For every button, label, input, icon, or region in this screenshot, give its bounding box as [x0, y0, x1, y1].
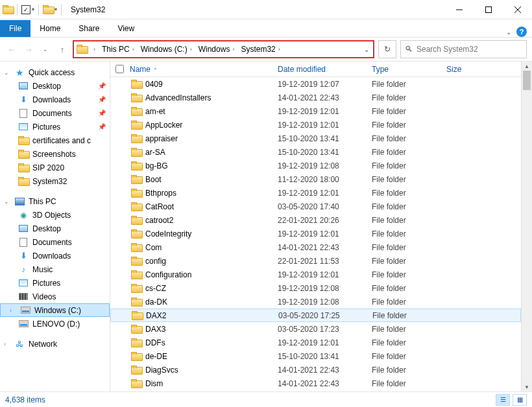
column-size[interactable]: Size	[446, 65, 485, 74]
table-row[interactable]: bg-BG 19-12-2019 12:08 File folder	[110, 159, 521, 172]
table-row[interactable]: ar-SA 15-10-2020 13:41 File folder	[110, 145, 521, 159]
breadcrumb-root[interactable]: ›	[91, 45, 98, 54]
table-row[interactable]: Bthprops 19-12-2019 12:01 File folder	[110, 186, 521, 200]
table-row[interactable]: Configuration 19-12-2019 12:01 File fold…	[110, 268, 521, 281]
expand-icon[interactable]: ⌄	[4, 69, 10, 76]
column-type[interactable]: Type	[372, 65, 446, 74]
sidebar-item[interactable]: Pictures	[0, 276, 110, 290]
file-date: 03-05-2020 17:23	[278, 325, 372, 334]
file-name: Bthprops	[145, 189, 176, 198]
help-button[interactable]: ?	[516, 27, 527, 37]
folder-icon	[131, 284, 141, 293]
details-view-button[interactable]: ☰	[496, 394, 510, 406]
sidebar-item[interactable]: Pictures📌	[0, 120, 110, 134]
refresh-button[interactable]: ↻	[378, 40, 396, 58]
sidebar-item[interactable]: Desktop	[0, 222, 110, 235]
maximize-button[interactable]	[474, 0, 503, 19]
sidebar-item[interactable]: System32	[0, 174, 110, 188]
recent-locations-button[interactable]: ⌄	[39, 43, 52, 56]
table-row[interactable]: Dism 14-01-2021 22:43 File folder	[110, 377, 521, 390]
table-row[interactable]: 0409 19-12-2019 12:07 File folder	[110, 77, 521, 91]
expand-icon[interactable]: ›	[10, 307, 16, 314]
sidebar-this-pc[interactable]: ⌄This PC	[0, 194, 110, 208]
folder-icon	[131, 161, 141, 170]
address-drop-button[interactable]: ⌄	[360, 46, 373, 53]
table-row[interactable]: de-DE 15-10-2020 13:41 File folder	[110, 349, 521, 363]
status-bar: 4,638 items ☰ ▦	[0, 391, 532, 407]
sidebar-item[interactable]: ›Windows (C:)	[0, 303, 110, 317]
table-row[interactable]: cs-CZ 19-12-2019 12:08 File folder	[110, 281, 521, 295]
address-bar[interactable]: ›This PC›Windows (C:)›Windows›System32› …	[73, 40, 374, 58]
table-row[interactable]: AppLocker 19-12-2019 12:01 File folder	[110, 118, 521, 132]
sidebar-item[interactable]: LENOVO (D:)	[0, 317, 110, 331]
icons-view-button[interactable]: ▦	[513, 394, 527, 406]
sidebar-quick-access[interactable]: ⌄★Quick access	[0, 65, 110, 79]
vertical-scrollbar[interactable]: ▲ ▼	[521, 62, 532, 391]
close-button[interactable]	[503, 0, 532, 19]
nav-row: ← → ⌄ ↑ ›This PC›Windows (C:)›Windows›Sy…	[0, 38, 532, 61]
tab-home[interactable]: Home	[30, 20, 69, 37]
table-row[interactable]: config 22-01-2021 11:53 File folder	[110, 254, 521, 268]
tab-share[interactable]: Share	[69, 20, 108, 37]
table-row[interactable]: appraiser 15-10-2020 13:41 File folder	[110, 132, 521, 145]
tab-file[interactable]: File	[0, 20, 30, 37]
table-row[interactable]: Boot 11-12-2020 18:00 File folder	[110, 172, 521, 186]
sidebar-item[interactable]: Screenshots	[0, 147, 110, 161]
sidebar-item[interactable]: SIP 2020	[0, 161, 110, 174]
back-button[interactable]: ←	[5, 43, 18, 56]
select-all-checkbox[interactable]	[110, 63, 128, 75]
table-row[interactable]: am-et 19-12-2019 12:01 File folder	[110, 104, 521, 118]
search-input[interactable]: 🔍︎ Search System32	[400, 40, 527, 58]
expand-icon[interactable]: ⌄	[4, 198, 10, 205]
scroll-up-icon[interactable]: ▲	[522, 62, 532, 71]
sidebar-item[interactable]: Desktop📌	[0, 79, 110, 93]
chevron-down-icon[interactable]: ▾	[32, 6, 34, 12]
table-row[interactable]: AdvancedInstallers 14-01-2021 22:43 File…	[110, 91, 521, 104]
table-row[interactable]: catroot2 22-01-2021 20:26 File folder	[110, 213, 521, 227]
file-date: 19-12-2019 12:08	[278, 284, 372, 293]
table-row[interactable]: Com 14-01-2021 22:43 File folder	[110, 240, 521, 254]
sidebar-item[interactable]: ♪Music	[0, 262, 110, 276]
file-date: 19-12-2019 12:01	[278, 107, 372, 116]
column-date[interactable]: Date modified	[278, 65, 372, 74]
sidebar-item[interactable]: ⬇Downloads	[0, 249, 110, 262]
table-row[interactable]: DiagSvcs 14-01-2021 22:43 File folder	[110, 363, 521, 377]
chevron-right-icon: ›	[190, 46, 192, 52]
column-headers: Name⌃ Date modified Type Size	[110, 62, 521, 77]
minimize-button[interactable]	[444, 0, 474, 19]
forward-button[interactable]: →	[22, 43, 35, 56]
table-row[interactable]: DAX2 03-05-2020 17:25 File folder	[110, 308, 521, 322]
pin-icon: 📌	[98, 82, 110, 89]
breadcrumb-item[interactable]: This PC›	[99, 43, 137, 55]
sidebar-item[interactable]: Documents📌	[0, 106, 110, 120]
sidebar-item[interactable]: Videos	[0, 290, 110, 303]
breadcrumb-item[interactable]: Windows (C:)›	[138, 43, 195, 55]
qat-properties-icon[interactable]: ✓	[21, 5, 30, 14]
table-row[interactable]: DDFs 19-12-2019 12:01 File folder	[110, 336, 521, 349]
table-row[interactable]: da-DK 19-12-2019 12:08 File folder	[110, 295, 521, 308]
file-name: DiagSvcs	[145, 366, 178, 375]
table-row[interactable]: CatRoot 03-05-2020 17:40 File folder	[110, 200, 521, 213]
sidebar-item[interactable]: ◉3D Objects	[0, 208, 110, 222]
scroll-down-icon[interactable]: ▼	[522, 382, 532, 391]
tab-view[interactable]: View	[108, 20, 143, 37]
up-button[interactable]: ↑	[56, 43, 69, 56]
file-type: File folder	[372, 284, 446, 293]
sidebar-network[interactable]: ›🖧Network	[0, 337, 110, 351]
sidebar-item[interactable]: certificates and c	[0, 134, 110, 147]
file-type: File folder	[372, 257, 446, 266]
sidebar-item[interactable]: ⬇Downloads📌	[0, 93, 110, 106]
chevron-down-icon[interactable]: ▾	[54, 6, 57, 12]
folder-icon	[132, 311, 142, 320]
ribbon-expand-icon[interactable]: ⌄	[506, 29, 511, 36]
table-row[interactable]: CodeIntegrity 19-12-2019 12:01 File fold…	[110, 227, 521, 240]
breadcrumb-item[interactable]: System32›	[238, 43, 282, 55]
scroll-thumb[interactable]	[523, 71, 531, 90]
column-name[interactable]: Name⌃	[128, 65, 278, 74]
file-type: File folder	[372, 297, 446, 307]
breadcrumb-item[interactable]: Windows›	[196, 43, 237, 55]
table-row[interactable]: DAX3 03-05-2020 17:23 File folder	[110, 322, 521, 336]
expand-icon[interactable]: ›	[4, 341, 10, 347]
sidebar-item[interactable]: Documents	[0, 235, 110, 249]
folder-icon	[43, 5, 53, 14]
